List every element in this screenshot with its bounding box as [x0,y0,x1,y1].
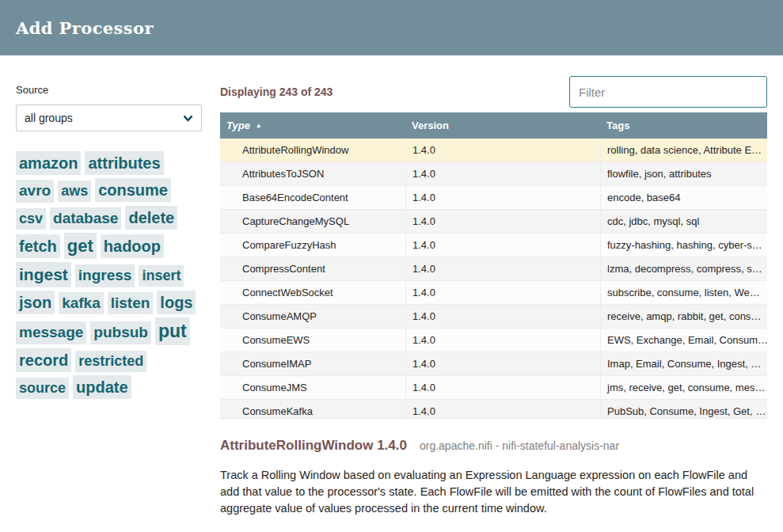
cell-type: CaptureChangeMySQL [220,215,405,227]
tag-source[interactable]: source [16,378,69,399]
table-row[interactable]: AttributesToJSON1.4.0flowfile, json, att… [220,162,767,186]
cell-version: 1.4.0 [405,257,600,280]
column-header-type-label: Type [226,120,250,131]
tag-consume[interactable]: consume [95,178,171,202]
group-select[interactable]: all groups [16,104,202,131]
tag-aws[interactable]: aws [58,180,91,202]
tag-csv[interactable]: csv [16,208,46,230]
selected-processor-title: AttributeRollingWindow 1.4.0 [220,438,407,454]
cell-type: CompareFuzzyHash [220,239,405,251]
cell-type: AttributeRollingWindow [220,144,405,156]
table-row[interactable]: ConnectWebSocket1.4.0subscribe, consume,… [220,281,767,305]
cell-tags: subscribe, consume, listen, We… [600,281,767,304]
cell-version: 1.4.0 [405,139,600,162]
cell-tags: Imap, Email, Consume, Ingest, … [600,352,767,375]
tag-get[interactable]: get [64,233,97,259]
tag-avro[interactable]: avro [16,180,54,203]
table-row[interactable]: ConsumeEWS1.4.0EWS, Exchange, Email, Con… [220,329,767,352]
table-header: Type ▲ Version Tags [220,112,767,139]
cell-tags: encode, base64 [600,186,767,209]
cell-version: 1.4.0 [405,400,600,419]
tag-ingress[interactable]: ingress [75,264,135,287]
cell-tags: lzma, decompress, compress, s… [600,257,767,280]
dialog-title: Add Processor [16,18,154,38]
source-panel: Source all groups amazonattributesavroaw… [16,55,202,517]
cell-type: ConnectWebSocket [220,287,405,298]
tag-message[interactable]: message [16,321,86,344]
tag-hadoop[interactable]: hadoop [101,234,164,258]
cell-version: 1.4.0 [405,210,600,233]
source-label: Source [16,84,202,96]
tag-update[interactable]: update [73,375,131,399]
chevron-down-icon [183,115,193,122]
cell-tags: jms, receive, get, consume, mes… [600,376,767,399]
group-select-value: all groups [25,112,73,124]
cell-type: CompressContent [220,263,405,275]
tag-database[interactable]: database [50,207,121,230]
table-row[interactable]: Base64EncodeContent1.4.0encode, base64 [220,186,767,210]
tag-ingest[interactable]: ingest [16,262,71,287]
tag-put[interactable]: put [155,317,190,345]
cell-tags: receive, amqp, rabbit, get, cons… [600,305,767,328]
table-row[interactable]: CompareFuzzyHash1.4.0fuzzy-hashing, hash… [220,234,767,257]
column-header-type[interactable]: Type ▲ [220,120,405,131]
cell-version: 1.4.0 [405,234,600,256]
cell-type: AttributesToJSON [220,168,405,180]
tag-logs[interactable]: logs [157,291,196,314]
table-row[interactable]: AttributeRollingWindow1.4.0rolling, data… [220,139,767,162]
tag-attributes[interactable]: attributes [85,151,163,175]
tag-listen[interactable]: listen [108,292,154,315]
tag-restricted[interactable]: restricted [75,351,146,372]
tag-amazon[interactable]: amazon [16,151,81,175]
cell-tags: flowfile, json, attributes [600,162,767,185]
table-row[interactable]: ConsumeJMS1.4.0jms, receive, get, consum… [220,376,767,400]
cell-type: ConsumeAMQP [220,310,405,322]
tag-json[interactable]: json [16,291,55,314]
cell-version: 1.4.0 [405,352,600,375]
cell-tags: PubSub, Consume, Ingest, Get, … [600,400,767,419]
cell-tags: EWS, Exchange, Email, Consum… [600,329,767,352]
cell-tags: fuzzy-hashing, hashing, cyber-s… [600,234,767,256]
table-row[interactable]: CompressContent1.4.0lzma, decompress, co… [220,257,767,281]
displaying-count: Displaying 243 of 243 [220,86,333,98]
filter-input[interactable] [569,76,767,108]
tag-pubsub[interactable]: pubsub [90,321,151,344]
cell-tags: rolling, data science, Attribute E… [600,139,767,162]
cell-type: ConsumeIMAP [220,358,405,370]
processor-table: Type ▲ Version Tags AttributeRollingWind… [220,112,767,419]
tag-insert[interactable]: insert [139,265,184,287]
column-header-version[interactable]: Version [405,120,600,131]
selected-processor-bundle: org.apache.nifi - nifi-stateful-analysis… [420,439,619,452]
dialog-header: Add Processor [0,0,783,55]
cell-type: ConsumeJMS [220,382,405,393]
tag-fetch[interactable]: fetch [16,234,60,258]
tag-delete[interactable]: delete [125,206,177,230]
cell-version: 1.4.0 [405,376,600,399]
column-header-tags[interactable]: Tags [600,120,767,131]
table-row[interactable]: CaptureChangeMySQL1.4.0cdc, jdbc, mysql,… [220,210,767,234]
processor-list-panel: Displaying 243 of 243 Type ▲ Version Tag… [220,55,767,517]
selected-processor-description: Track a Rolling Window based on evaluati… [220,467,767,517]
tag-record[interactable]: record [16,348,71,372]
cell-version: 1.4.0 [405,305,600,328]
processor-detail-header: AttributeRollingWindow 1.4.0 org.apache.… [220,438,767,454]
sort-asc-icon: ▲ [256,122,262,129]
cell-type: Base64EncodeContent [220,192,405,203]
cell-version: 1.4.0 [405,281,600,304]
table-row[interactable]: ConsumeKafka1.4.0PubSub, Consume, Ingest… [220,400,767,419]
tag-kafka[interactable]: kafka [59,292,104,315]
table-row[interactable]: ConsumeAMQP1.4.0receive, amqp, rabbit, g… [220,305,767,329]
table-row[interactable]: ConsumeIMAP1.4.0Imap, Email, Consume, In… [220,352,767,376]
add-processor-dialog: Add Processor Source all groups amazonat… [0,0,783,517]
cell-tags: cdc, jdbc, mysql, sql [600,210,767,233]
processor-table-body: AttributeRollingWindow1.4.0rolling, data… [220,139,767,419]
tag-cloud: amazonattributesavroawsconsumecsvdatabas… [16,150,202,401]
cell-version: 1.4.0 [405,329,600,352]
table-toolbar: Displaying 243 of 243 [220,76,767,108]
processor-detail: AttributeRollingWindow 1.4.0 org.apache.… [220,438,767,517]
cell-type: ConsumeKafka [220,405,405,417]
cell-version: 1.4.0 [405,162,600,185]
cell-type: ConsumeEWS [220,334,405,346]
dialog-content: Source all groups amazonattributesavroaw… [0,55,783,517]
cell-version: 1.4.0 [405,186,600,209]
